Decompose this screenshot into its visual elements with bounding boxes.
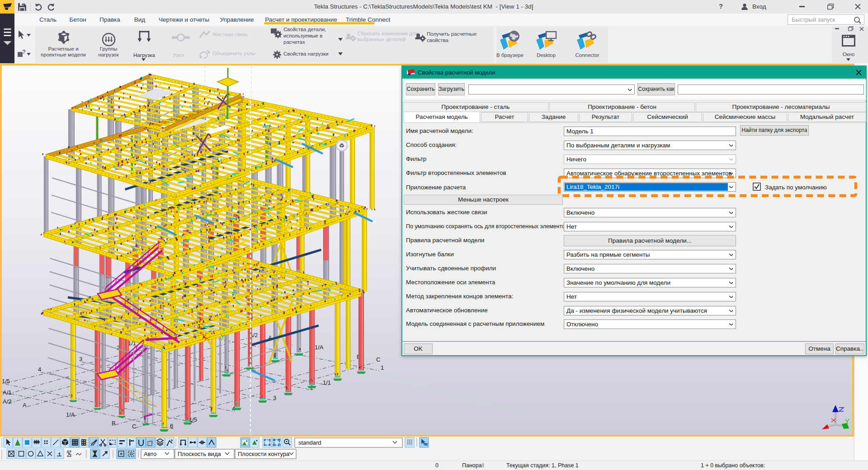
svg-text:6: 6 [170,423,173,429]
svg-text:A/2: A/2 [3,398,12,405]
svg-text:1/A: 1/A [315,344,324,351]
svg-text:3: 3 [79,356,82,362]
svg-text:1/1: 1/1 [323,379,331,386]
svg-text:B: B [112,420,116,427]
svg-text:Плоскость вида: Плоскость вида [178,451,221,457]
svg-text:A: A [23,402,27,409]
svg-text:Авто: Авто [144,451,156,457]
svg-text:1: 1 [381,364,384,371]
svg-text:C: C [132,423,136,430]
svg-text:Плоскости контура: Плоскости контура [238,451,290,457]
svg-text:standard: standard [298,439,321,446]
svg-text:3: 3 [273,395,276,401]
svg-text:Z: Z [208,315,212,322]
svg-text:1: 1 [198,323,201,329]
svg-text:4: 4 [38,366,41,373]
svg-text:1/5: 1/5 [2,378,10,385]
svg-text:1/A: 1/A [66,411,75,418]
svg-text:Y: Y [221,333,225,340]
svg-text:C: C [376,356,380,363]
svg-text:?: ? [22,49,26,55]
